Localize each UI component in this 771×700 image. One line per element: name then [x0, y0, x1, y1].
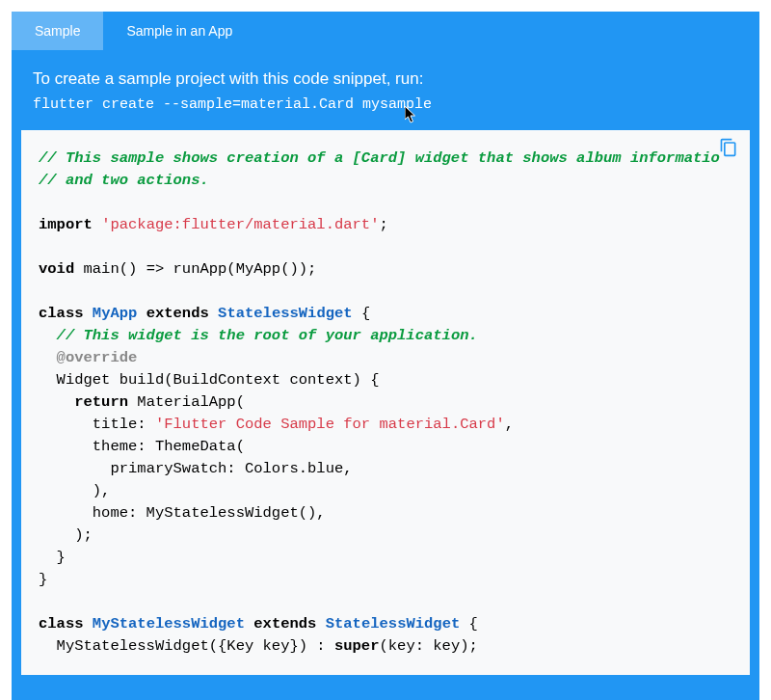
code-text: {: [353, 305, 371, 322]
string-literal: 'Flutter Code Sample for material.Card': [155, 416, 505, 433]
keyword-class: class: [39, 305, 84, 322]
code-text: }: [39, 571, 47, 588]
tabs: Sample Sample in an App: [12, 12, 759, 50]
code-text: title:: [93, 416, 155, 433]
keyword-extends: extends: [146, 305, 209, 322]
tab-sample[interactable]: Sample: [12, 12, 103, 50]
code-content: // This sample shows creation of a [Card…: [39, 148, 732, 658]
type-name: StatelessWidget: [218, 305, 353, 322]
code-text: ;: [379, 216, 387, 233]
keyword-super: super: [334, 637, 380, 655]
keyword-void: void: [39, 260, 74, 278]
code-comment: // This sample shows creation of a [Card…: [39, 149, 720, 167]
snippet-panel: Sample Sample in an App To create a samp…: [12, 12, 759, 700]
code-text: {: [460, 615, 478, 633]
code-text: }: [57, 549, 66, 566]
code-text: MaterialApp(: [128, 393, 245, 411]
code-text: MyStatelessWidget({Key key}) :: [57, 637, 334, 655]
type-name: MyStatelessWidget: [93, 615, 245, 633]
clipboard-icon: [719, 138, 738, 157]
tab-sample-in-app[interactable]: Sample in an App: [103, 12, 255, 50]
keyword-import: import: [39, 216, 93, 233]
code-text: (key: key);: [379, 637, 477, 655]
code-text: ,: [505, 416, 514, 433]
code-text: Widget build(BuildContext context) {: [57, 371, 380, 389]
copy-button[interactable]: [719, 138, 742, 161]
code-comment: // and two actions.: [39, 172, 209, 189]
code-text: primarySwatch: Colors.blue,: [110, 460, 352, 477]
code-text: home: MyStatelessWidget(),: [93, 504, 326, 522]
keyword-extends: extends: [253, 615, 316, 633]
description-text: To create a sample project with this cod…: [12, 50, 759, 93]
command-text: flutter create --sample=material.Card my…: [12, 93, 759, 130]
string-literal: 'package:flutter/material.dart': [101, 216, 379, 233]
code-text: ),: [93, 482, 111, 499]
code-text: );: [74, 526, 93, 544]
keyword-class: class: [39, 615, 84, 633]
keyword-return: return: [74, 393, 128, 411]
code-text: theme: ThemeData(: [93, 438, 245, 455]
code-text: main() => runApp(MyApp());: [74, 260, 316, 278]
type-name: StatelessWidget: [326, 615, 461, 633]
type-name: MyApp: [93, 305, 138, 322]
code-block: // This sample shows creation of a [Card…: [21, 130, 750, 675]
code-comment: // This widget is the root of your appli…: [57, 327, 478, 344]
annotation: @override: [57, 349, 138, 366]
